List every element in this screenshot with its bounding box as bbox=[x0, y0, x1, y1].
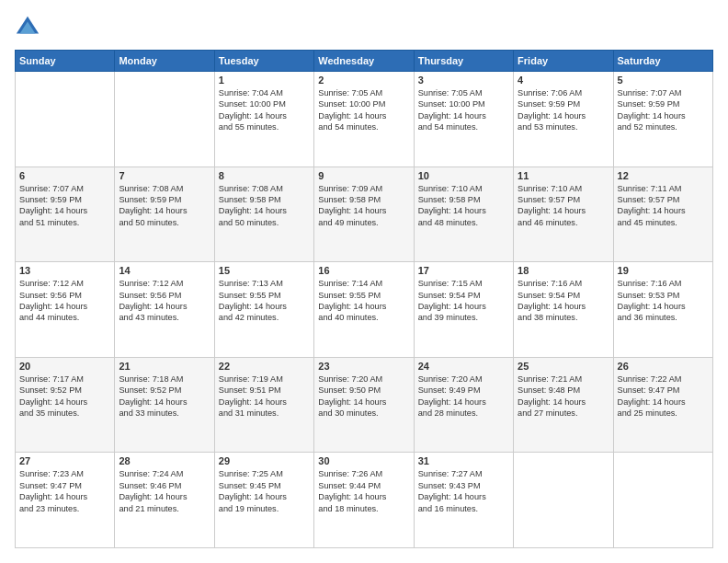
weekday-header-thursday: Thursday bbox=[414, 51, 513, 72]
weekday-header-sunday: Sunday bbox=[16, 51, 115, 72]
weekday-header-wednesday: Wednesday bbox=[314, 51, 414, 72]
day-number: 9 bbox=[318, 170, 409, 181]
day-content: Sunrise: 7:20 AM Sunset: 9:50 PM Dayligh… bbox=[318, 373, 409, 419]
day-content: Sunrise: 7:27 AM Sunset: 9:43 PM Dayligh… bbox=[418, 468, 509, 514]
calendar-table: SundayMondayTuesdayWednesdayThursdayFrid… bbox=[15, 50, 713, 548]
day-content: Sunrise: 7:06 AM Sunset: 9:59 PM Dayligh… bbox=[518, 87, 609, 133]
day-number: 29 bbox=[219, 455, 310, 466]
day-number: 26 bbox=[618, 361, 709, 372]
day-content: Sunrise: 7:16 AM Sunset: 9:54 PM Dayligh… bbox=[518, 278, 609, 324]
day-cell: 10Sunrise: 7:10 AM Sunset: 9:58 PM Dayli… bbox=[414, 167, 513, 262]
day-content: Sunrise: 7:20 AM Sunset: 9:49 PM Dayligh… bbox=[418, 373, 509, 419]
day-cell: 22Sunrise: 7:19 AM Sunset: 9:51 PM Dayli… bbox=[214, 357, 313, 453]
weekday-header-friday: Friday bbox=[514, 51, 613, 72]
day-number: 17 bbox=[418, 265, 509, 276]
day-number: 11 bbox=[518, 170, 609, 181]
day-content: Sunrise: 7:24 AM Sunset: 9:46 PM Dayligh… bbox=[119, 468, 210, 514]
weekday-header-row: SundayMondayTuesdayWednesdayThursdayFrid… bbox=[16, 51, 713, 72]
day-content: Sunrise: 7:07 AM Sunset: 9:59 PM Dayligh… bbox=[19, 183, 110, 229]
day-number: 19 bbox=[618, 265, 709, 276]
day-content: Sunrise: 7:15 AM Sunset: 9:54 PM Dayligh… bbox=[418, 278, 509, 324]
day-cell: 15Sunrise: 7:13 AM Sunset: 9:55 PM Dayli… bbox=[214, 262, 313, 358]
day-content: Sunrise: 7:16 AM Sunset: 9:53 PM Dayligh… bbox=[618, 278, 709, 324]
day-number: 25 bbox=[518, 361, 609, 372]
day-number: 7 bbox=[119, 170, 210, 181]
week-row-2: 6Sunrise: 7:07 AM Sunset: 9:59 PM Daylig… bbox=[16, 167, 713, 262]
day-content: Sunrise: 7:05 AM Sunset: 10:00 PM Daylig… bbox=[418, 87, 509, 133]
day-cell: 29Sunrise: 7:25 AM Sunset: 9:45 PM Dayli… bbox=[214, 453, 313, 548]
day-number: 2 bbox=[318, 75, 409, 86]
day-cell: 1Sunrise: 7:04 AM Sunset: 10:00 PM Dayli… bbox=[214, 72, 313, 167]
day-content: Sunrise: 7:09 AM Sunset: 9:58 PM Dayligh… bbox=[318, 183, 409, 229]
day-number: 30 bbox=[318, 455, 409, 466]
day-number: 10 bbox=[418, 170, 509, 181]
day-cell: 4Sunrise: 7:06 AM Sunset: 9:59 PM Daylig… bbox=[514, 72, 613, 167]
day-content: Sunrise: 7:21 AM Sunset: 9:48 PM Dayligh… bbox=[518, 373, 609, 419]
weekday-header-tuesday: Tuesday bbox=[214, 51, 313, 72]
day-content: Sunrise: 7:10 AM Sunset: 9:58 PM Dayligh… bbox=[418, 183, 509, 229]
day-number: 3 bbox=[418, 75, 509, 86]
day-number: 21 bbox=[119, 361, 210, 372]
day-content: Sunrise: 7:13 AM Sunset: 9:55 PM Dayligh… bbox=[219, 278, 310, 324]
day-content: Sunrise: 7:12 AM Sunset: 9:56 PM Dayligh… bbox=[19, 278, 110, 324]
day-cell bbox=[613, 453, 712, 548]
day-number: 18 bbox=[518, 265, 609, 276]
day-cell: 19Sunrise: 7:16 AM Sunset: 9:53 PM Dayli… bbox=[613, 262, 712, 358]
day-number: 20 bbox=[19, 361, 110, 372]
day-content: Sunrise: 7:22 AM Sunset: 9:47 PM Dayligh… bbox=[618, 373, 709, 419]
page: SundayMondayTuesdayWednesdayThursdayFrid… bbox=[0, 0, 728, 563]
day-cell bbox=[514, 453, 613, 548]
day-cell bbox=[115, 72, 214, 167]
day-cell: 31Sunrise: 7:27 AM Sunset: 9:43 PM Dayli… bbox=[414, 453, 513, 548]
day-cell: 17Sunrise: 7:15 AM Sunset: 9:54 PM Dayli… bbox=[414, 262, 513, 358]
day-number: 8 bbox=[219, 170, 310, 181]
day-cell: 5Sunrise: 7:07 AM Sunset: 9:59 PM Daylig… bbox=[613, 72, 712, 167]
day-number: 31 bbox=[418, 455, 509, 466]
day-content: Sunrise: 7:04 AM Sunset: 10:00 PM Daylig… bbox=[219, 87, 310, 133]
day-content: Sunrise: 7:18 AM Sunset: 9:52 PM Dayligh… bbox=[119, 373, 210, 419]
day-cell: 25Sunrise: 7:21 AM Sunset: 9:48 PM Dayli… bbox=[514, 357, 613, 453]
day-content: Sunrise: 7:05 AM Sunset: 10:00 PM Daylig… bbox=[318, 87, 409, 133]
day-cell: 9Sunrise: 7:09 AM Sunset: 9:58 PM Daylig… bbox=[314, 167, 414, 262]
header bbox=[15, 15, 713, 40]
logo-icon bbox=[15, 15, 40, 40]
logo bbox=[15, 15, 44, 40]
day-number: 24 bbox=[418, 361, 509, 372]
day-cell: 11Sunrise: 7:10 AM Sunset: 9:57 PM Dayli… bbox=[514, 167, 613, 262]
day-number: 22 bbox=[219, 361, 310, 372]
day-cell: 24Sunrise: 7:20 AM Sunset: 9:49 PM Dayli… bbox=[414, 357, 513, 453]
weekday-header-saturday: Saturday bbox=[613, 51, 712, 72]
day-content: Sunrise: 7:07 AM Sunset: 9:59 PM Dayligh… bbox=[618, 87, 709, 133]
week-row-5: 27Sunrise: 7:23 AM Sunset: 9:47 PM Dayli… bbox=[16, 453, 713, 548]
day-number: 16 bbox=[318, 265, 409, 276]
day-content: Sunrise: 7:23 AM Sunset: 9:47 PM Dayligh… bbox=[19, 468, 110, 514]
day-number: 1 bbox=[219, 75, 310, 86]
day-cell: 23Sunrise: 7:20 AM Sunset: 9:50 PM Dayli… bbox=[314, 357, 414, 453]
day-content: Sunrise: 7:17 AM Sunset: 9:52 PM Dayligh… bbox=[19, 373, 110, 419]
day-cell: 28Sunrise: 7:24 AM Sunset: 9:46 PM Dayli… bbox=[115, 453, 214, 548]
week-row-1: 1Sunrise: 7:04 AM Sunset: 10:00 PM Dayli… bbox=[16, 72, 713, 167]
week-row-3: 13Sunrise: 7:12 AM Sunset: 9:56 PM Dayli… bbox=[16, 262, 713, 358]
day-number: 13 bbox=[19, 265, 110, 276]
day-number: 15 bbox=[219, 265, 310, 276]
day-content: Sunrise: 7:25 AM Sunset: 9:45 PM Dayligh… bbox=[219, 468, 310, 514]
day-cell: 2Sunrise: 7:05 AM Sunset: 10:00 PM Dayli… bbox=[314, 72, 414, 167]
day-number: 6 bbox=[19, 170, 110, 181]
day-cell: 6Sunrise: 7:07 AM Sunset: 9:59 PM Daylig… bbox=[16, 167, 115, 262]
day-cell: 27Sunrise: 7:23 AM Sunset: 9:47 PM Dayli… bbox=[16, 453, 115, 548]
day-cell: 14Sunrise: 7:12 AM Sunset: 9:56 PM Dayli… bbox=[115, 262, 214, 358]
day-number: 14 bbox=[119, 265, 210, 276]
day-content: Sunrise: 7:26 AM Sunset: 9:44 PM Dayligh… bbox=[318, 468, 409, 514]
day-cell: 13Sunrise: 7:12 AM Sunset: 9:56 PM Dayli… bbox=[16, 262, 115, 358]
day-cell: 18Sunrise: 7:16 AM Sunset: 9:54 PM Dayli… bbox=[514, 262, 613, 358]
day-number: 23 bbox=[318, 361, 409, 372]
day-number: 4 bbox=[518, 75, 609, 86]
day-cell: 7Sunrise: 7:08 AM Sunset: 9:59 PM Daylig… bbox=[115, 167, 214, 262]
day-content: Sunrise: 7:08 AM Sunset: 9:58 PM Dayligh… bbox=[219, 183, 310, 229]
day-number: 27 bbox=[19, 455, 110, 466]
day-content: Sunrise: 7:12 AM Sunset: 9:56 PM Dayligh… bbox=[119, 278, 210, 324]
day-cell: 20Sunrise: 7:17 AM Sunset: 9:52 PM Dayli… bbox=[16, 357, 115, 453]
weekday-header-monday: Monday bbox=[115, 51, 214, 72]
day-cell: 26Sunrise: 7:22 AM Sunset: 9:47 PM Dayli… bbox=[613, 357, 712, 453]
day-cell: 30Sunrise: 7:26 AM Sunset: 9:44 PM Dayli… bbox=[314, 453, 414, 548]
